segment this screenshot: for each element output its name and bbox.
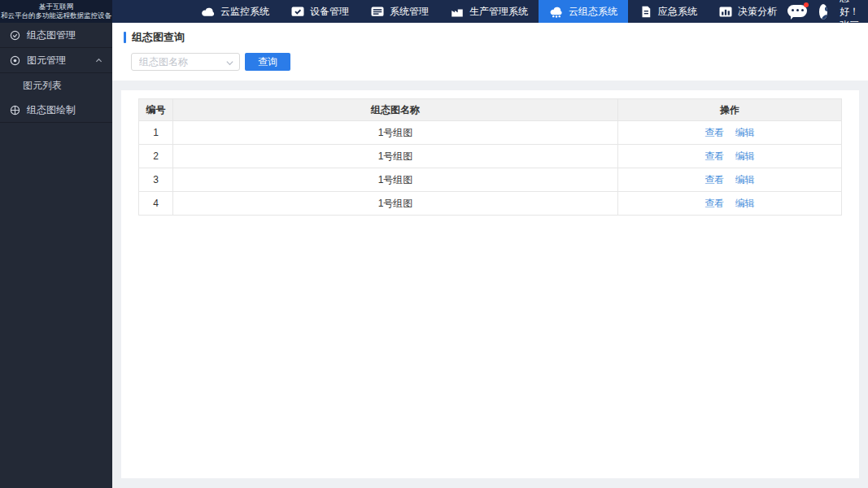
nav-item-device[interactable]: 设备管理: [280, 0, 360, 23]
nav-label: 应急系统: [658, 5, 697, 19]
table-row: 4 1号组图 查看 编辑: [139, 192, 842, 216]
sidebar-item-label: 组态图绘制: [27, 103, 76, 117]
config-management-icon: [10, 30, 20, 41]
edit-link[interactable]: 编辑: [735, 127, 755, 138]
cell-id: 4: [139, 192, 173, 216]
nav-item-emergency[interactable]: 应急系统: [628, 0, 708, 23]
table-header-row: 编号 组态图名称 操作: [139, 99, 842, 121]
table-row: 3 1号组图 查看 编辑: [139, 168, 842, 192]
cell-name: 1号组图: [173, 168, 618, 192]
chevron-up-icon: [95, 57, 103, 64]
cell-name: 1号组图: [173, 192, 618, 216]
brand-line1: 基于互联网: [39, 2, 74, 11]
header-name: 组态图名称: [173, 99, 618, 121]
app-root: 基于互联网 和云平台的多功能远程数据监控设备 云监控系统 设备管理 系统管: [0, 0, 868, 488]
view-link[interactable]: 查看: [704, 127, 724, 138]
cell-actions: 查看 编辑: [618, 145, 842, 168]
system-list-icon: [370, 6, 385, 18]
cell-id: 1: [139, 121, 173, 145]
cell-id: 2: [139, 145, 173, 168]
results-card: 编号 组态图名称 操作 1 1号组图 查看 编辑: [121, 90, 859, 478]
nav-label: 云监控系统: [220, 5, 269, 19]
user-avatar[interactable]: [819, 4, 827, 20]
sidebar-item-element-management[interactable]: 图元管理: [0, 48, 112, 73]
messages-icon[interactable]: [787, 5, 807, 18]
edit-link[interactable]: 编辑: [735, 150, 755, 162]
element-management-icon: [10, 55, 20, 66]
sidebar-item-label: 图元列表: [23, 79, 62, 93]
production-icon: [450, 6, 465, 18]
analysis-chart-icon: [718, 6, 733, 18]
config-name-select[interactable]: [131, 53, 240, 71]
notification-badge: [804, 2, 809, 7]
config-name-input[interactable]: [132, 54, 239, 70]
top-navigation: 云监控系统 设备管理 系统管理 生产管理系统: [190, 0, 787, 23]
cell-name: 1号组图: [173, 145, 618, 168]
view-link[interactable]: 查看: [704, 174, 724, 185]
main-content: 组态图查询 查询 编号: [112, 23, 868, 488]
cell-id: 3: [139, 168, 173, 192]
cloud-monitor-icon: [201, 6, 216, 18]
brand-line2: 和云平台的多功能远程数据监控设备: [1, 11, 111, 20]
avatar-shoulders: [822, 15, 828, 20]
chat-dots: [792, 9, 804, 11]
edit-link[interactable]: 编辑: [735, 174, 755, 185]
sidebar-item-element-list[interactable]: 图元列表: [0, 73, 112, 98]
config-table: 编号 组态图名称 操作 1 1号组图 查看 编辑: [138, 98, 842, 216]
edit-link[interactable]: 编辑: [735, 198, 755, 209]
nav-label: 决策分析: [738, 5, 777, 19]
search-row: 查询: [124, 53, 857, 71]
nav-label: 系统管理: [390, 5, 429, 19]
cell-name: 1号组图: [173, 121, 618, 145]
title-accent-bar: [124, 32, 126, 43]
nav-label: 云组态系统: [569, 5, 617, 19]
view-link[interactable]: 查看: [704, 198, 724, 209]
page-title: 组态图查询: [124, 30, 857, 45]
cloud-config-icon: [549, 6, 564, 18]
nav-item-cloud-monitor[interactable]: 云监控系统: [190, 0, 280, 23]
sidebar: 组态图管理 图元管理 图元列表 组态图绘制: [0, 23, 112, 488]
avatar-head: [825, 7, 828, 11]
query-panel: 组态图查询 查询: [112, 23, 868, 81]
page-title-text: 组态图查询: [132, 30, 185, 45]
header-actions: 操作: [618, 99, 842, 121]
brand-block: 基于互联网 和云平台的多功能远程数据监控设备: [0, 0, 112, 23]
config-draw-icon: [10, 105, 20, 115]
sidebar-item-label: 组态图管理: [27, 28, 76, 42]
nav-item-analysis[interactable]: 决策分析: [708, 0, 787, 23]
nav-item-system[interactable]: 系统管理: [360, 0, 439, 23]
nav-label: 生产管理系统: [469, 5, 528, 19]
view-link[interactable]: 查看: [704, 150, 724, 162]
topbar-right: 您好！张三: [787, 0, 868, 23]
table-row: 1 1号组图 查看 编辑: [139, 121, 842, 145]
nav-item-production[interactable]: 生产管理系统: [439, 0, 539, 23]
device-check-icon: [290, 6, 305, 18]
sidebar-item-config-chart-management[interactable]: 组态图管理: [0, 23, 112, 48]
query-button[interactable]: 查询: [245, 53, 290, 71]
sidebar-item-label: 图元管理: [27, 54, 89, 68]
cell-actions: 查看 编辑: [618, 168, 842, 192]
cell-actions: 查看 编辑: [618, 121, 842, 145]
emergency-doc-icon: [639, 6, 653, 18]
table-row: 2 1号组图 查看 编辑: [139, 145, 842, 168]
cell-actions: 查看 编辑: [618, 192, 842, 216]
nav-label: 设备管理: [310, 5, 349, 19]
header-id: 编号: [139, 99, 173, 121]
nav-item-cloud-config[interactable]: 云组态系统: [539, 0, 628, 23]
sidebar-item-config-chart-draw[interactable]: 组态图绘制: [0, 98, 112, 123]
body-row: 组态图管理 图元管理 图元列表 组态图绘制: [0, 23, 868, 488]
topbar: 基于互联网 和云平台的多功能远程数据监控设备 云监控系统 设备管理 系统管: [0, 0, 868, 23]
